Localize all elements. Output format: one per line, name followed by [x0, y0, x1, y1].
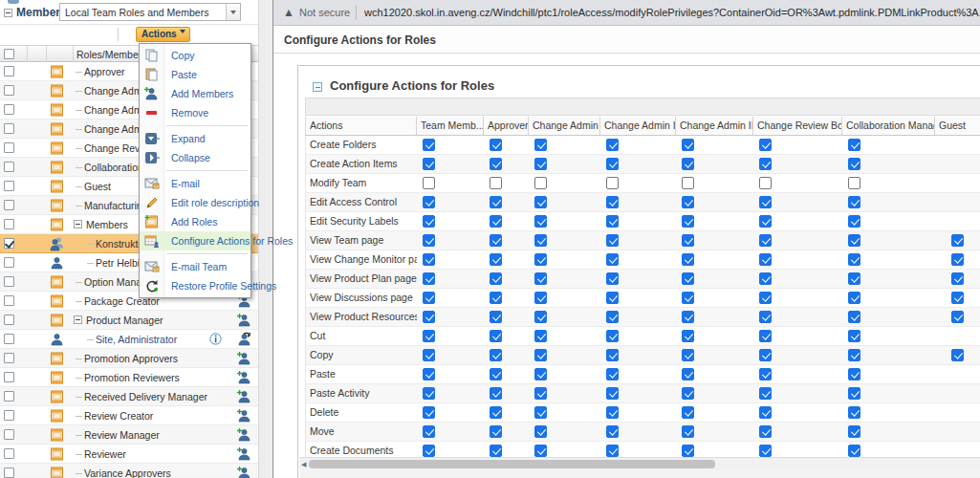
permission-checkbox[interactable]: [759, 368, 772, 380]
row-checkbox[interactable]: [4, 66, 14, 76]
permission-checkbox[interactable]: [951, 292, 964, 304]
row-checkbox[interactable]: [4, 315, 14, 325]
menu-item-e-mail-team[interactable]: E-mail Team: [140, 257, 250, 276]
permission-checkbox[interactable]: [848, 425, 860, 438]
permission-checkbox[interactable]: [606, 234, 619, 247]
paste-icon[interactable]: [23, 28, 37, 42]
tree-row-variance-approvers[interactable]: Variance Approvers: [0, 464, 258, 478]
permission-checkbox[interactable]: [423, 311, 435, 323]
browser-address-bar[interactable]: ▲ Not secure wch12020.skol.in.aveng.cz/W…: [273, 0, 980, 26]
info-icon[interactable]: [209, 333, 222, 347]
scrollbar-thumb[interactable]: [309, 460, 715, 468]
permission-checkbox[interactable]: [490, 292, 502, 304]
menu-item-paste[interactable]: Paste: [140, 65, 250, 84]
tree-row-product-manager[interactable]: Product Manager: [0, 311, 258, 330]
permission-checkbox[interactable]: [534, 292, 547, 304]
permission-checkbox[interactable]: [759, 406, 772, 419]
permission-checkbox[interactable]: [534, 445, 547, 457]
permission-checkbox[interactable]: [951, 311, 964, 323]
tree-row-review-creator[interactable]: Review Creator: [0, 406, 258, 425]
permission-checkbox[interactable]: [606, 330, 619, 342]
permission-checkbox[interactable]: [759, 234, 772, 247]
permission-checkbox[interactable]: [759, 177, 772, 189]
row-checkbox[interactable]: [4, 276, 14, 287]
permission-checkbox[interactable]: [682, 215, 694, 228]
permission-checkbox[interactable]: [423, 196, 435, 208]
permission-checkbox[interactable]: [848, 215, 860, 228]
permission-checkbox[interactable]: [423, 445, 435, 457]
row-checkbox[interactable]: [4, 257, 14, 268]
permission-checkbox[interactable]: [490, 272, 502, 285]
row-checkbox[interactable]: [4, 219, 14, 229]
permission-checkbox[interactable]: [951, 349, 964, 361]
permission-checkbox[interactable]: [606, 387, 619, 400]
permission-checkbox[interactable]: [606, 158, 619, 170]
permission-checkbox[interactable]: [682, 425, 694, 438]
permission-checkbox[interactable]: [759, 272, 772, 285]
permission-checkbox[interactable]: [682, 445, 694, 457]
permission-checkbox[interactable]: [759, 215, 772, 228]
permission-checkbox[interactable]: [534, 349, 547, 361]
actions-button[interactable]: Actions: [136, 27, 190, 42]
permission-checkbox[interactable]: [606, 425, 619, 438]
permission-checkbox[interactable]: [682, 177, 694, 189]
permission-checkbox[interactable]: [606, 196, 619, 208]
permission-checkbox[interactable]: [682, 330, 694, 342]
permission-checkbox[interactable]: [606, 272, 619, 285]
row-checkbox[interactable]: [4, 123, 14, 134]
permission-checkbox[interactable]: [490, 196, 502, 208]
permission-checkbox[interactable]: [534, 311, 547, 323]
row-checkbox[interactable]: [4, 142, 14, 153]
permission-checkbox[interactable]: [682, 196, 694, 208]
permission-checkbox[interactable]: [606, 368, 619, 380]
permission-checkbox[interactable]: [534, 158, 547, 170]
permission-checkbox[interactable]: [490, 425, 502, 438]
permission-checkbox[interactable]: [848, 406, 860, 419]
permission-checkbox[interactable]: [759, 445, 772, 457]
permission-checkbox[interactable]: [759, 139, 772, 151]
scroll-left-arrow[interactable]: ◀: [301, 461, 306, 468]
permission-checkbox[interactable]: [534, 196, 547, 208]
permission-checkbox[interactable]: [759, 196, 772, 208]
permission-checkbox[interactable]: [759, 349, 772, 361]
copy-icon[interactable]: [5, 28, 19, 42]
permission-checkbox[interactable]: [682, 368, 694, 380]
permission-checkbox[interactable]: [606, 311, 619, 323]
team-view-select[interactable]: Local Team Roles and Members: [59, 3, 241, 21]
permission-checkbox[interactable]: [490, 387, 502, 400]
permission-checkbox[interactable]: [606, 253, 619, 266]
permission-checkbox[interactable]: [848, 158, 860, 170]
section-expander-icon[interactable]: [313, 82, 322, 92]
permission-checkbox[interactable]: [534, 387, 547, 400]
permission-checkbox[interactable]: [759, 425, 772, 438]
add-member-icon[interactable]: [237, 427, 251, 445]
permission-checkbox[interactable]: [490, 158, 502, 170]
row-checkbox[interactable]: [4, 391, 14, 402]
permission-checkbox[interactable]: [423, 406, 435, 419]
permission-checkbox[interactable]: [682, 234, 694, 247]
permission-checkbox[interactable]: [759, 292, 772, 304]
add-member-icon[interactable]: [237, 408, 251, 425]
tree-row-review-manager[interactable]: Review Manager: [0, 425, 258, 445]
permission-checkbox[interactable]: [490, 311, 502, 323]
add-member-icon[interactable]: [237, 446, 251, 464]
permission-checkbox[interactable]: [682, 272, 694, 285]
permission-checkbox[interactable]: [848, 272, 860, 285]
permission-checkbox[interactable]: [682, 139, 694, 151]
permission-checkbox[interactable]: [682, 406, 694, 419]
permission-checkbox[interactable]: [490, 349, 502, 361]
permission-checkbox[interactable]: [423, 234, 435, 247]
permission-checkbox[interactable]: [490, 215, 502, 228]
permission-checkbox[interactable]: [848, 139, 860, 151]
permission-checkbox[interactable]: [423, 139, 435, 151]
menu-item-restore-profile-settings[interactable]: Restore Profile Settings: [140, 276, 250, 295]
menu-item-add-members[interactable]: Add Members: [140, 84, 250, 103]
row-checkbox[interactable]: [4, 353, 14, 363]
row-checkbox[interactable]: [4, 429, 14, 440]
tree-expander-icon[interactable]: [74, 220, 82, 228]
select-all-checkbox[interactable]: [4, 49, 14, 59]
chevron-down-icon[interactable]: [226, 4, 240, 20]
add-member-icon[interactable]: [237, 466, 251, 478]
row-checkbox[interactable]: [4, 85, 14, 96]
members-section-expander[interactable]: [4, 9, 12, 17]
